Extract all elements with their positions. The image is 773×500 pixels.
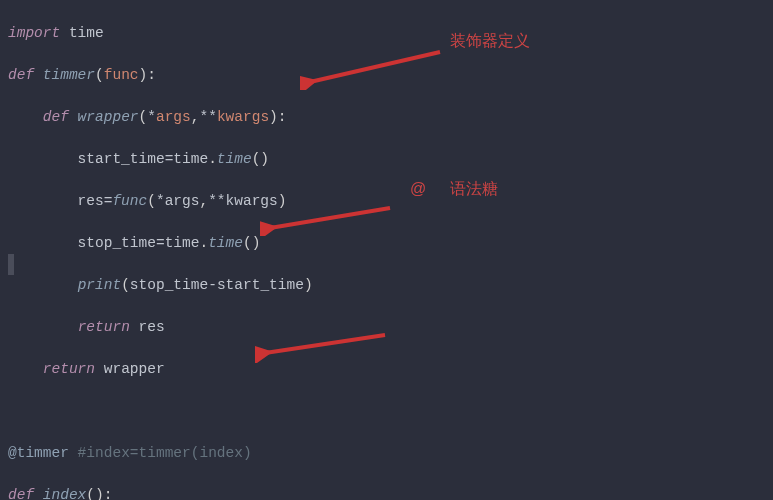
argument: args	[165, 193, 200, 209]
code-line: return res	[8, 317, 773, 338]
keyword-return: return	[78, 319, 130, 335]
code-editor[interactable]: import time def timmer(func): def wrappe…	[8, 2, 773, 500]
indent	[8, 361, 43, 377]
star: **	[208, 193, 225, 209]
paren: (	[95, 67, 104, 83]
operator: =	[156, 235, 165, 251]
parameter: kwargs	[217, 109, 269, 125]
code-line: start_time=time.time()	[8, 149, 773, 170]
code-line	[8, 401, 773, 422]
code-line: def wrapper(*args,**kwargs):	[8, 107, 773, 128]
builtin-print: print	[78, 277, 122, 293]
code-line: def index():	[8, 485, 773, 500]
module-name: time	[60, 25, 104, 41]
object: time	[165, 235, 200, 251]
method-call: time	[208, 235, 243, 251]
star: *	[156, 193, 165, 209]
code-line: res=func(*args,**kwargs)	[8, 191, 773, 212]
paren: )	[304, 277, 313, 293]
code-line: @timmer #index=timmer(index)	[8, 443, 773, 464]
paren: ):	[269, 109, 286, 125]
method-call: time	[217, 151, 252, 167]
paren: ()	[243, 235, 260, 251]
comment: #index=timmer(index)	[69, 445, 252, 461]
paren: ():	[86, 487, 112, 500]
function-name: index	[34, 487, 86, 500]
paren: ()	[252, 151, 269, 167]
function-name: wrapper	[69, 109, 139, 125]
variable: res	[130, 319, 165, 335]
code-line: import time	[8, 23, 773, 44]
decorator: @timmer	[8, 445, 69, 461]
variable: start_time	[217, 277, 304, 293]
variable: start_time	[8, 151, 165, 167]
function-call: func	[112, 193, 147, 209]
dot: .	[208, 151, 217, 167]
variable: wrapper	[95, 361, 165, 377]
code-line: return wrapper	[8, 359, 773, 380]
code-line: stop_time=time.time()	[8, 233, 773, 254]
parameter: func	[104, 67, 139, 83]
paren: ):	[139, 67, 156, 83]
paren: (	[139, 109, 148, 125]
comma: ,	[199, 193, 208, 209]
keyword-return: return	[43, 361, 95, 377]
function-name: timmer	[34, 67, 95, 83]
paren: (	[147, 193, 156, 209]
object: time	[173, 151, 208, 167]
star: *	[147, 109, 156, 125]
indent	[8, 277, 78, 293]
paren: (	[121, 277, 130, 293]
indent	[8, 319, 78, 335]
variable: res	[8, 193, 104, 209]
operator: -	[208, 277, 217, 293]
argument: kwargs	[226, 193, 278, 209]
gutter-marker	[8, 254, 14, 275]
code-line: print(stop_time-start_time)	[8, 275, 773, 296]
dot: .	[199, 235, 208, 251]
keyword-def: def	[8, 109, 69, 125]
keyword-def: def	[8, 487, 34, 500]
paren: )	[278, 193, 287, 209]
keyword-import: import	[8, 25, 60, 41]
star: **	[199, 109, 216, 125]
parameter: args	[156, 109, 191, 125]
keyword-def: def	[8, 67, 34, 83]
code-line: def timmer(func):	[8, 65, 773, 86]
variable: stop_time	[130, 277, 208, 293]
variable: stop_time	[8, 235, 156, 251]
